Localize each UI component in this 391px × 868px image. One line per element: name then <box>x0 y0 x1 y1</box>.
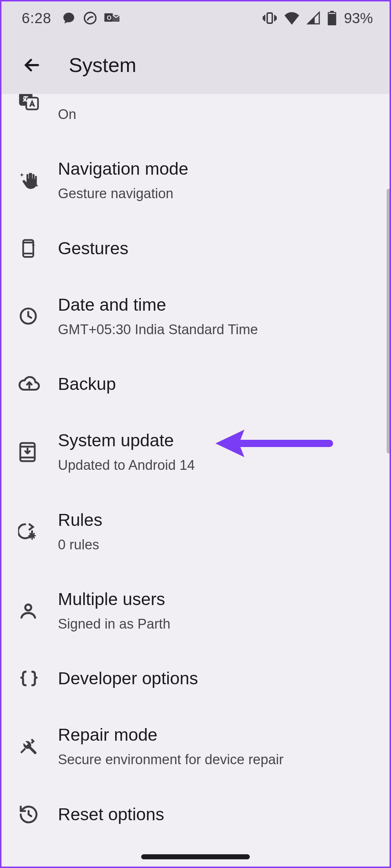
settings-item-title: Multiple users <box>58 588 377 610</box>
battery-icon <box>327 11 337 25</box>
settings-content: Live Translate On Navigation mode Gestur… <box>0 94 391 868</box>
settings-item-rules[interactable]: Rules 0 rules <box>0 492 391 571</box>
settings-item-title: Gestures <box>58 238 377 259</box>
person-icon <box>18 601 58 621</box>
svg-text:O: O <box>107 14 112 21</box>
settings-item-subtitle: Secure environment for device repair <box>58 751 377 769</box>
battery-percent: 93% <box>344 10 373 26</box>
settings-item-backup[interactable]: Backup <box>0 356 391 412</box>
settings-item-title: Reset options <box>58 804 377 825</box>
settings-item-title: Developer options <box>58 668 377 689</box>
settings-item-subtitle: Signed in as Parth <box>58 615 377 633</box>
settings-item-title: Rules <box>58 509 377 531</box>
svg-rect-6 <box>26 98 38 110</box>
svg-point-11 <box>25 604 31 610</box>
settings-item-subtitle: Gesture navigation <box>58 185 377 203</box>
cloud-check-icon <box>83 10 98 26</box>
settings-item-live-translate[interactable]: Live Translate On <box>0 94 391 141</box>
status-time: 6:28 <box>22 10 51 26</box>
settings-item-subtitle: On <box>58 106 377 123</box>
settings-item-multiple-users[interactable]: Multiple users Signed in as Parth <box>0 571 391 650</box>
app-bar: System <box>0 36 391 94</box>
settings-item-title: System update <box>58 430 377 451</box>
page-title: System <box>69 53 136 77</box>
phone-sparkle-icon <box>18 238 58 259</box>
phone-download-icon <box>18 441 58 463</box>
svg-rect-3 <box>267 13 272 23</box>
cloud-upload-icon <box>18 374 58 394</box>
hand-sparkle-icon <box>18 169 58 192</box>
settings-item-reset[interactable]: Reset options <box>0 786 391 843</box>
translate-icon <box>18 94 58 112</box>
scrollbar[interactable] <box>387 189 391 454</box>
braces-icon <box>18 668 58 689</box>
back-button[interactable] <box>14 47 50 83</box>
wifi-icon <box>284 11 300 25</box>
rules-icon <box>18 521 58 542</box>
clock-icon <box>18 306 58 326</box>
chat-bubble-icon <box>62 11 76 25</box>
settings-item-subtitle: 0 rules <box>58 536 377 554</box>
settings-item-title: Navigation mode <box>58 158 377 180</box>
settings-item-title: Date and time <box>58 294 377 316</box>
signal-icon <box>306 11 321 25</box>
settings-item-title: Repair mode <box>58 724 377 746</box>
settings-item-gestures[interactable]: Gestures <box>0 220 391 277</box>
settings-item-subtitle: Updated to Android 14 <box>58 456 377 474</box>
settings-item-system-update[interactable]: System update Updated to Android 14 <box>0 412 391 492</box>
settings-item-date-time[interactable]: Date and time GMT+05:30 India Standard T… <box>0 277 391 356</box>
wrench-hammer-icon <box>18 736 58 757</box>
vibrate-icon <box>262 10 277 26</box>
settings-item-navigation-mode[interactable]: Navigation mode Gesture navigation <box>0 141 391 220</box>
settings-item-title: Backup <box>58 373 377 395</box>
settings-item-subtitle: GMT+05:30 India Standard Time <box>58 321 377 339</box>
settings-item-repair-mode[interactable]: Repair mode Secure environment for devic… <box>0 707 391 786</box>
settings-item-developer[interactable]: Developer options <box>0 650 391 707</box>
history-icon <box>18 804 58 825</box>
outlook-icon: O <box>104 11 120 25</box>
gesture-nav-pill[interactable] <box>141 854 250 859</box>
svg-rect-4 <box>329 13 335 14</box>
status-bar: 6:28 O 93% <box>0 0 391 36</box>
